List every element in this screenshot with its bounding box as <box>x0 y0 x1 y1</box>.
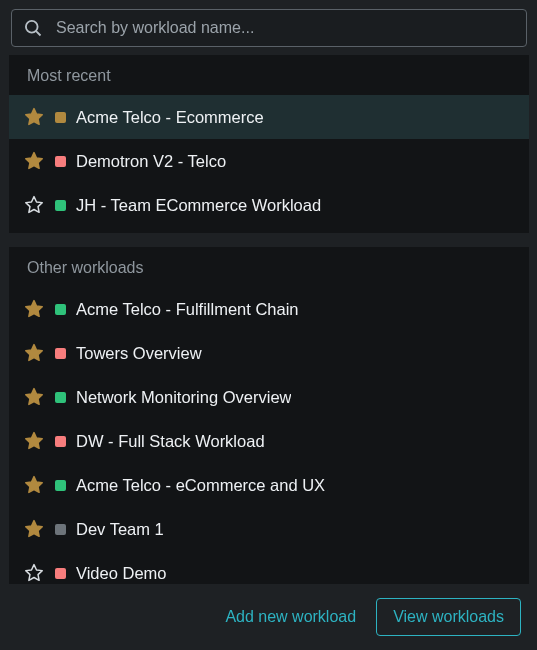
star-filled-icon[interactable] <box>23 386 45 408</box>
star-outline-icon[interactable] <box>23 562 45 584</box>
workload-item[interactable]: Acme Telco - eCommerce and UX <box>9 463 529 507</box>
workload-item[interactable]: Network Monitoring Overview <box>9 375 529 419</box>
status-color-chip <box>55 568 66 579</box>
status-color-chip <box>55 436 66 447</box>
status-color-chip <box>55 480 66 491</box>
add-workload-button[interactable]: Add new workload <box>225 608 356 626</box>
workload-item[interactable]: JH - Team ECommerce Workload <box>9 183 529 227</box>
workload-picker: Most recent Acme Telco - EcommerceDemotr… <box>0 0 537 650</box>
recent-header: Most recent <box>9 55 529 95</box>
star-filled-icon[interactable] <box>23 342 45 364</box>
status-color-chip <box>55 156 66 167</box>
recent-items: Acme Telco - EcommerceDemotron V2 - Telc… <box>9 95 529 227</box>
workload-name: Dev Team 1 <box>76 520 164 539</box>
svg-line-1 <box>36 31 40 35</box>
other-items: Acme Telco - Fulfillment ChainTowers Ove… <box>9 287 529 584</box>
workload-item[interactable]: DW - Full Stack Workload <box>9 419 529 463</box>
search-input[interactable] <box>11 9 527 47</box>
status-color-chip <box>55 112 66 123</box>
workload-name: Acme Telco - Ecommerce <box>76 108 264 127</box>
workload-item[interactable]: Acme Telco - Ecommerce <box>9 95 529 139</box>
search-wrap <box>9 9 529 47</box>
star-filled-icon[interactable] <box>23 430 45 452</box>
workload-name: Network Monitoring Overview <box>76 388 291 407</box>
workload-item[interactable]: Towers Overview <box>9 331 529 375</box>
star-outline-icon[interactable] <box>23 194 45 216</box>
footer: Add new workload View workloads <box>9 584 529 642</box>
svg-point-0 <box>26 21 38 33</box>
recent-section: Most recent Acme Telco - EcommerceDemotr… <box>9 55 529 233</box>
workload-scroll[interactable]: Most recent Acme Telco - EcommerceDemotr… <box>9 55 529 584</box>
search-icon <box>23 18 43 38</box>
workload-name: Acme Telco - eCommerce and UX <box>76 476 325 495</box>
workload-name: Towers Overview <box>76 344 202 363</box>
workload-item[interactable]: Video Demo <box>9 551 529 584</box>
workload-name: JH - Team ECommerce Workload <box>76 196 321 215</box>
workload-item[interactable]: Acme Telco - Fulfillment Chain <box>9 287 529 331</box>
workload-item[interactable]: Dev Team 1 <box>9 507 529 551</box>
star-filled-icon[interactable] <box>23 298 45 320</box>
section-gap <box>9 233 529 247</box>
star-filled-icon[interactable] <box>23 106 45 128</box>
workload-name: Acme Telco - Fulfillment Chain <box>76 300 299 319</box>
status-color-chip <box>55 524 66 535</box>
other-header: Other workloads <box>9 247 529 287</box>
workload-name: DW - Full Stack Workload <box>76 432 265 451</box>
workload-name: Demotron V2 - Telco <box>76 152 226 171</box>
status-color-chip <box>55 200 66 211</box>
star-filled-icon[interactable] <box>23 474 45 496</box>
status-color-chip <box>55 304 66 315</box>
workload-name: Video Demo <box>76 564 167 583</box>
view-workloads-button[interactable]: View workloads <box>376 598 521 636</box>
other-section: Other workloads Acme Telco - Fulfillment… <box>9 247 529 584</box>
star-filled-icon[interactable] <box>23 150 45 172</box>
status-color-chip <box>55 392 66 403</box>
star-filled-icon[interactable] <box>23 518 45 540</box>
status-color-chip <box>55 348 66 359</box>
workload-item[interactable]: Demotron V2 - Telco <box>9 139 529 183</box>
